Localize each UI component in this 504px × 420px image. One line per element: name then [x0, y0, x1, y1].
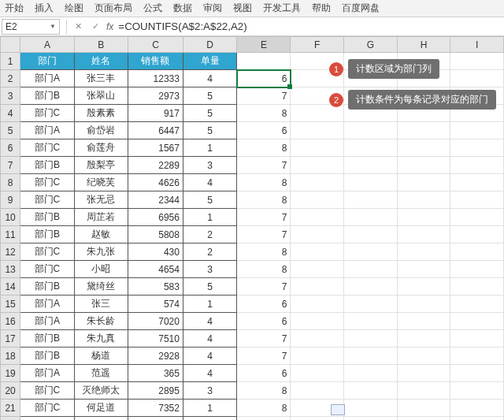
cell[interactable]: 4	[183, 330, 236, 348]
cell[interactable]	[397, 382, 450, 400]
cell[interactable]: 12333	[128, 70, 183, 87]
cell[interactable]: 6	[237, 417, 291, 421]
column-header[interactable]: G	[344, 37, 398, 53]
cell[interactable]	[450, 365, 504, 382]
cell[interactable]	[344, 174, 398, 191]
cell[interactable]: 部门A	[20, 70, 74, 87]
cell[interactable]	[450, 243, 504, 261]
cell[interactable]: 2344	[128, 191, 183, 209]
cell[interactable]	[291, 365, 344, 382]
cell[interactable]: 4	[183, 365, 236, 382]
cell[interactable]	[450, 226, 504, 243]
row-header[interactable]: 2	[1, 70, 20, 87]
cell[interactable]: 1419	[128, 417, 183, 421]
ribbon-tab[interactable]: 公式	[143, 2, 162, 15]
cell[interactable]: 8	[237, 139, 291, 157]
cell[interactable]: 部门B	[20, 330, 74, 348]
cell[interactable]	[450, 174, 504, 191]
cell[interactable]: 6	[237, 313, 291, 330]
cell[interactable]: 部门C	[20, 191, 74, 209]
cell[interactable]	[291, 191, 344, 209]
cell[interactable]: 销售额	[128, 53, 183, 70]
cell[interactable]: 部门C	[20, 400, 74, 417]
cell[interactable]	[344, 330, 398, 348]
cell[interactable]: 部门B	[20, 278, 74, 295]
cell[interactable]	[397, 261, 450, 278]
cell[interactable]	[397, 243, 450, 261]
cell[interactable]: 张三丰	[74, 70, 128, 87]
cell[interactable]	[291, 174, 344, 191]
cell[interactable]: 7	[237, 226, 291, 243]
cell[interactable]: 部门C	[20, 105, 74, 122]
column-header[interactable]: B	[74, 37, 128, 53]
row-header[interactable]: 1	[1, 53, 20, 70]
cell[interactable]: 7	[237, 209, 291, 226]
cell[interactable]	[344, 382, 398, 400]
cell[interactable]	[344, 417, 398, 421]
cell[interactable]	[344, 226, 398, 243]
column-header[interactable]: I	[450, 37, 504, 53]
cell[interactable]: 8	[237, 105, 291, 122]
cell[interactable]	[450, 348, 504, 365]
row-header[interactable]: 21	[1, 400, 20, 417]
cell[interactable]: 574	[128, 295, 183, 313]
cell[interactable]: 7	[237, 278, 291, 295]
cell[interactable]	[291, 157, 344, 174]
cell[interactable]	[344, 400, 398, 417]
cell[interactable]: 俞岱岩	[74, 122, 128, 139]
cell[interactable]: 7	[237, 87, 291, 105]
cell[interactable]: 张无忌	[74, 191, 128, 209]
cell[interactable]	[344, 278, 398, 295]
cell[interactable]	[397, 278, 450, 295]
cell[interactable]: 胡铁牛	[74, 417, 128, 421]
cell[interactable]: 殷梨亭	[74, 157, 128, 174]
ribbon-tab[interactable]: 视图	[233, 2, 252, 15]
select-all-corner[interactable]	[1, 37, 20, 53]
cell[interactable]: 范遥	[74, 365, 128, 382]
cell[interactable]: 黛绮丝	[74, 278, 128, 295]
cell[interactable]: 朱九真	[74, 330, 128, 348]
row-header[interactable]: 22	[1, 417, 20, 421]
cell[interactable]: 5808	[128, 226, 183, 243]
cell[interactable]: 部门C	[20, 139, 74, 157]
cell[interactable]	[397, 139, 450, 157]
cell[interactable]: 1	[183, 209, 236, 226]
cell[interactable]: 部门C	[20, 243, 74, 261]
row-header[interactable]: 4	[1, 105, 20, 122]
cell[interactable]: 部门A	[20, 365, 74, 382]
cell[interactable]	[344, 365, 398, 382]
ribbon-tab[interactable]: 数据	[173, 2, 192, 15]
column-header[interactable]: C	[128, 37, 183, 53]
cell[interactable]: 6	[237, 295, 291, 313]
cell[interactable]: 杨道	[74, 348, 128, 365]
cell[interactable]	[397, 157, 450, 174]
cell[interactable]	[450, 261, 504, 278]
row-header[interactable]: 18	[1, 348, 20, 365]
cell[interactable]	[397, 174, 450, 191]
row-header[interactable]: 9	[1, 191, 20, 209]
cell[interactable]: 张翠山	[74, 87, 128, 105]
cell[interactable]: 8	[237, 174, 291, 191]
check-icon[interactable]: ✓	[89, 21, 102, 32]
row-header[interactable]: 12	[1, 243, 20, 261]
cell[interactable]: 6	[237, 365, 291, 382]
cell[interactable]: 部门C	[20, 261, 74, 278]
cell[interactable]	[291, 261, 344, 278]
cell[interactable]: 殷素素	[74, 105, 128, 122]
cell[interactable]: 部门A	[20, 122, 74, 139]
cell[interactable]: 7020	[128, 313, 183, 330]
cell[interactable]	[450, 209, 504, 226]
cell[interactable]: 5	[183, 122, 236, 139]
cell[interactable]	[344, 348, 398, 365]
cell[interactable]: 8	[237, 261, 291, 278]
column-header[interactable]: H	[397, 37, 450, 53]
cell[interactable]	[397, 365, 450, 382]
cell[interactable]: 部门A	[20, 295, 74, 313]
cell[interactable]	[450, 157, 504, 174]
cell[interactable]	[397, 295, 450, 313]
cell[interactable]	[344, 243, 398, 261]
cell[interactable]	[397, 191, 450, 209]
cell[interactable]: 朱长龄	[74, 313, 128, 330]
cell[interactable]: 周芷若	[74, 209, 128, 226]
row-header[interactable]: 5	[1, 122, 20, 139]
